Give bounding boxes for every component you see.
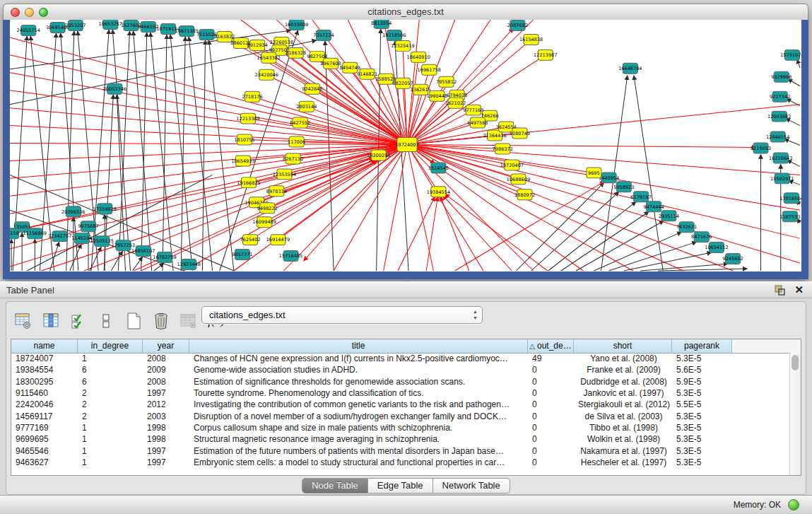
scrollbar-thumb[interactable] — [792, 355, 799, 370]
graph-node[interactable]: 1145194 — [71, 233, 92, 244]
graph-node[interactable]: 39159 — [10, 228, 19, 239]
graph-node[interactable]: 1880972 — [514, 189, 535, 200]
graph-node[interactable]: 12342757 — [48, 231, 71, 242]
graph-node[interactable]: 1990448 — [427, 90, 447, 101]
graph-node[interactable]: 9695 — [587, 168, 601, 178]
table-row[interactable]: 1872400712008Changes of HCN gene express… — [11, 353, 790, 364]
graph-node[interactable]: 9245652 — [723, 254, 743, 264]
graph-node[interactable]: 2935114 — [659, 211, 679, 221]
graph-node[interactable]: 2087682 — [507, 20, 528, 30]
column-header-year[interactable]: year — [143, 339, 189, 353]
graph-node[interactable]: 20206536 — [61, 206, 85, 217]
graph-node[interactable]: 18640910 — [406, 52, 430, 62]
column-header-title[interactable]: title — [189, 339, 528, 353]
graph-node[interactable]: 8427552 — [290, 117, 310, 128]
graph-node[interactable]: 1167533 — [779, 211, 800, 222]
graph-node[interactable]: 23420046 — [255, 69, 278, 80]
combo-stepper-icon[interactable]: ▲▼ — [473, 308, 478, 321]
graph-node[interactable]: 9227342 — [770, 91, 790, 102]
memory-status-icon[interactable] — [788, 499, 799, 510]
table-row[interactable]: 911546021997Tourette syndrome. Phenomeno… — [11, 387, 790, 399]
graph-node[interactable]: 12444154 — [766, 132, 789, 142]
graph-node[interactable]: 12325419 — [391, 40, 414, 51]
graph-node[interactable]: 19166825 — [237, 177, 260, 188]
table-row[interactable]: 946362711997Embryonic stem cells: a mode… — [11, 457, 790, 468]
new-table-icon[interactable] — [124, 311, 143, 331]
table-row[interactable]: 946554611997Estimation of the future num… — [11, 445, 790, 456]
graph-node[interactable]: 15751074 — [780, 49, 801, 60]
vertical-scrollbar[interactable] — [789, 353, 801, 475]
graph-node[interactable]: 8912934 — [247, 40, 268, 50]
graph-node[interactable]: 2718176 — [242, 91, 262, 102]
table-row[interactable]: 1938455462009Genome-wide association stu… — [11, 364, 790, 375]
graph-node[interactable]: 12213389 — [236, 113, 259, 124]
delete-table-icon[interactable] — [179, 311, 199, 331]
graph-node[interactable]: 1621022 — [445, 98, 466, 108]
graph-node[interactable]: 24055714 — [17, 25, 40, 35]
graph-node[interactable]: 9242848 — [302, 83, 322, 94]
table-options-icon[interactable] — [13, 311, 33, 331]
graph-node[interactable]: 10654112 — [705, 243, 728, 253]
column-header-pagerank[interactable]: pagerank — [672, 339, 732, 353]
graph-node[interactable]: 9498222 — [257, 203, 278, 214]
graph-node[interactable]: 1514545 — [428, 163, 449, 173]
graph-node[interactable]: 5958923 — [613, 182, 634, 192]
column-header-in_degree[interactable]: in_degree — [78, 339, 143, 353]
graph-node[interactable]: 9474444 — [644, 201, 664, 212]
graph-node[interactable]: 16914479 — [266, 235, 290, 245]
graph-node[interactable]: 7955812 — [436, 76, 457, 87]
graph-node[interactable]: 2803144 — [296, 101, 317, 112]
tab-node-table[interactable]: Node Table — [302, 478, 368, 493]
delete-trash-icon[interactable] — [151, 311, 171, 331]
graph-node[interactable]: 8813054 — [371, 20, 392, 28]
column-header-out_de[interactable]: △out_de… — [528, 339, 574, 353]
graph-node[interactable]: 16033809 — [285, 20, 308, 30]
graph-node[interactable]: 9329966 — [771, 71, 792, 82]
graph-node[interactable]: 15716485 — [279, 251, 302, 262]
graph-node[interactable]: 7986372 — [493, 144, 513, 154]
graph-node[interactable]: 8215953 — [751, 143, 771, 153]
network-canvas[interactable]: 2405571430691406205320710653257152760294… — [3, 20, 808, 279]
graph-node[interactable]: 20053346 — [103, 83, 126, 94]
table-row[interactable]: 1830029562008Estimation of significance … — [11, 376, 790, 387]
row-height-icon[interactable] — [96, 311, 116, 331]
graph-node[interactable]: 7357224 — [313, 30, 334, 40]
import-table-icon[interactable] — [69, 311, 88, 331]
graph-node[interactable]: 17016504 — [779, 193, 801, 204]
table-selector-combobox[interactable]: citations_edges.txt ▲▼ — [201, 306, 483, 324]
graph-node[interactable]: 8267130 — [283, 153, 303, 164]
graph-node[interactable]: 1810755 — [234, 134, 254, 145]
graph-node[interactable]: 7625402 — [240, 235, 260, 245]
column-header-name[interactable]: name — [11, 339, 78, 353]
table-row[interactable]: 2242004622012Investigating the contribut… — [11, 399, 790, 410]
network-window-titlebar[interactable]: citations_edges.txt — [3, 4, 808, 21]
citation-network-graph[interactable]: 2405571430691406205320710653257152760294… — [10, 20, 801, 271]
graph-node[interactable]: 2053207 — [65, 20, 86, 30]
graph-node[interactable]: 15592971 — [770, 173, 794, 184]
graph-node[interactable]: 2967608 — [320, 58, 341, 69]
graph-node[interactable]: 12213987 — [534, 49, 557, 60]
table-row[interactable]: 977716911998Corpus callosum shape and si… — [11, 422, 790, 433]
graph-node[interactable]: 6179197 — [630, 192, 651, 202]
graph-node[interactable]: 9146821 — [357, 69, 377, 79]
graph-node[interactable]: 18724007 — [395, 138, 418, 152]
graph-node[interactable]: 117006 — [288, 136, 305, 147]
graph-node[interactable]: 12923448 — [177, 259, 201, 270]
table-row[interactable]: 1456911722003Disruption of a novel membe… — [11, 410, 790, 421]
graph-node[interactable]: 16648784 — [618, 63, 642, 74]
float-window-icon[interactable] — [775, 285, 785, 296]
column-header-short[interactable]: short — [574, 339, 672, 353]
tab-edge-table[interactable]: Edge Table — [368, 478, 433, 493]
graph-node[interactable]: 10653257 — [99, 20, 122, 29]
graph-node[interactable]: 8471676 — [691, 232, 712, 243]
show-columns-icon[interactable] — [41, 311, 61, 331]
table-row[interactable]: 969969511998Structural magnetic resonanc… — [11, 433, 790, 445]
graph-node[interactable]: 9466162 — [138, 21, 158, 32]
graph-node[interactable]: 6497568 — [467, 117, 488, 128]
graph-node[interactable]: 7632621 — [676, 222, 697, 233]
close-icon[interactable]: ✕ — [794, 284, 804, 296]
graph-node[interactable]: 1080749 — [510, 128, 530, 139]
graph-node[interactable]: 8186328 — [286, 47, 306, 58]
tab-network-table[interactable]: Network Table — [433, 478, 510, 493]
graph-node[interactable]: 8978334 — [266, 186, 287, 197]
